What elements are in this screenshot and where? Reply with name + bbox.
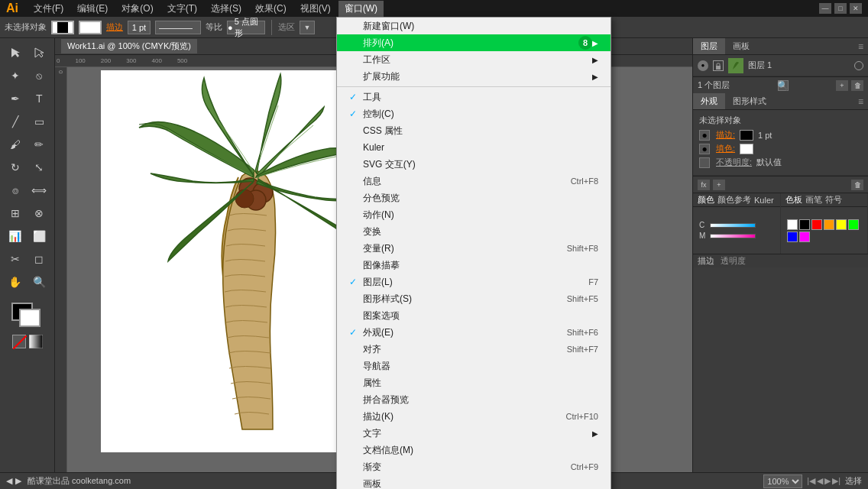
fill-eye-btn[interactable]: ● <box>699 144 710 154</box>
next-btn[interactable]: ▶ <box>824 476 831 486</box>
paintbrush-tool[interactable]: 🖌 <box>3 133 28 156</box>
tab-color-guide[interactable]: 颜色参考 <box>717 194 751 206</box>
align-options-btn[interactable]: ▼ <box>300 21 315 34</box>
stroke-style-selector[interactable]: ———— <box>155 21 201 34</box>
layer-visibility-eye[interactable]: ● <box>698 60 708 71</box>
last-page-btn[interactable]: ▶| <box>832 476 840 486</box>
scale-tool[interactable]: ⤡ <box>28 156 52 179</box>
text-tool[interactable]: T <box>28 87 52 110</box>
menu-window-item-5[interactable]: ✓控制(C) <box>337 105 611 122</box>
menu-window-item-23[interactable]: 描边(K)Ctrl+F10 <box>337 408 611 425</box>
window-dropdown-menu[interactable]: 新建窗口(W)排列(A)8▶工作区▶扩展功能▶✓工具✓控制(C)CSS 属性Ku… <box>336 17 611 489</box>
menu-window-item-3[interactable]: 扩展功能▶ <box>337 68 611 85</box>
swatch-blue[interactable] <box>787 232 798 242</box>
fill-color[interactable] <box>19 309 40 327</box>
menu-window-item-7[interactable]: Kuler <box>337 139 611 156</box>
stroke-value-box[interactable]: 1 pt <box>128 21 151 34</box>
line-tool[interactable]: ╱ <box>3 110 28 133</box>
graph-tool[interactable]: 📊 <box>3 225 28 248</box>
warp-tool[interactable]: ⌾ <box>3 179 28 202</box>
new-style-btn[interactable]: + <box>713 180 725 190</box>
prev-page-btn[interactable]: ◀ <box>6 476 12 486</box>
delete-layer-btn[interactable]: 🗑 <box>851 80 863 91</box>
menu-window-item-11[interactable]: 动作(N) <box>337 206 611 223</box>
menu-window-item-16[interactable]: 图形样式(S)Shift+F5 <box>337 290 611 307</box>
panel-menu-btn[interactable]: ≡ <box>853 38 868 54</box>
magenta-slider[interactable] <box>710 234 756 238</box>
fill-color-box[interactable] <box>79 21 102 34</box>
menu-text[interactable]: 文字(T) <box>161 1 203 17</box>
fx-btn[interactable]: fx <box>698 180 710 190</box>
menu-view[interactable]: 视图(V) <box>294 1 337 17</box>
stroke-label[interactable]: 描边 <box>106 21 123 33</box>
lasso-tool[interactable]: ⍉ <box>28 64 52 87</box>
zoom-selector[interactable]: 100% <box>763 474 802 488</box>
menu-select[interactable]: 选择(S) <box>205 1 248 17</box>
hand-tool[interactable]: ✋ <box>3 270 28 293</box>
menu-effect[interactable]: 效果(C) <box>249 1 293 17</box>
shape-selector[interactable]: ● 5 点圆形 <box>227 21 265 34</box>
layer-item[interactable]: ● 图层 1 <box>693 55 868 76</box>
swatch-green[interactable] <box>848 219 859 230</box>
tab-graphic-styles[interactable]: 图形样式 <box>725 93 774 109</box>
scissors-tool[interactable]: ✂ <box>3 248 28 270</box>
swatch-magenta[interactable] <box>799 232 810 242</box>
menu-window-item-1[interactable]: 排列(A)8▶ <box>337 34 611 51</box>
menu-window-item-13[interactable]: 变量(R)Shift+F8 <box>337 240 611 257</box>
tab-color[interactable]: 颜色 <box>698 194 714 206</box>
tab-transparency[interactable]: 透明度 <box>721 255 746 267</box>
menu-window-item-15[interactable]: ✓图层(L)F7 <box>337 274 611 290</box>
menu-window-item-18[interactable]: ✓外观(E)Shift+F6 <box>337 324 611 341</box>
rotate-tool[interactable]: ↻ <box>3 156 28 179</box>
swatch-red[interactable] <box>811 219 822 230</box>
appearance-menu-btn[interactable]: ≡ <box>853 93 868 109</box>
none-color[interactable] <box>12 335 26 348</box>
next-page-btn[interactable]: ▶ <box>15 476 21 486</box>
menu-window-item-14[interactable]: 图像描摹 <box>337 257 611 274</box>
eraser-tool[interactable]: ◻ <box>28 248 52 270</box>
fill-color-swatch[interactable] <box>740 144 753 154</box>
swatch-yellow[interactable] <box>836 219 847 230</box>
menu-object[interactable]: 对象(O) <box>115 1 159 17</box>
tab-stroke[interactable]: 描边 <box>698 255 714 267</box>
menu-window-item-10[interactable]: 分色预览 <box>337 189 611 206</box>
menu-window-item-6[interactable]: CSS 属性 <box>337 122 611 139</box>
menu-edit[interactable]: 编辑(E) <box>71 1 114 17</box>
first-page-btn[interactable]: |◀ <box>807 476 815 486</box>
magic-wand-tool[interactable]: ✦ <box>3 64 28 87</box>
zoom-tool[interactable]: 🔍 <box>28 270 52 293</box>
tab-layers[interactable]: 图层 <box>693 38 725 54</box>
direct-select-tool[interactable] <box>28 41 52 64</box>
stroke-link[interactable]: 描边: <box>716 129 735 141</box>
layer-search-icon[interactable]: 🔍 <box>778 80 789 91</box>
pencil-tool[interactable]: ✏ <box>28 133 52 156</box>
menu-window-item-24[interactable]: 文字▶ <box>337 425 611 442</box>
swatch-orange[interactable] <box>824 219 834 230</box>
gradient-color[interactable] <box>29 335 43 348</box>
menu-window-item-9[interactable]: 信息Ctrl+F8 <box>337 173 611 189</box>
menu-window-item-26[interactable]: 渐变Ctrl+F9 <box>337 458 611 475</box>
new-layer-btn[interactable]: + <box>836 80 848 91</box>
stroke-color-swatch[interactable] <box>740 130 753 141</box>
rect-tool[interactable]: ▭ <box>28 110 52 133</box>
menu-window-item-21[interactable]: 属性 <box>337 374 611 391</box>
layer-lock-icon[interactable] <box>713 60 724 71</box>
pen-tool[interactable]: ✒ <box>3 87 28 110</box>
menu-window-item-22[interactable]: 拼合器预览 <box>337 391 611 408</box>
stroke-color-box[interactable] <box>51 21 74 34</box>
cyan-slider[interactable] <box>710 223 756 228</box>
swatch-black[interactable] <box>799 219 810 230</box>
layer-target-icon[interactable] <box>854 61 863 70</box>
stroke-eye-btn[interactable]: ● <box>699 130 710 141</box>
menu-window-item-2[interactable]: 工作区▶ <box>337 51 611 68</box>
menu-window[interactable]: 窗口(W) <box>338 1 384 17</box>
fill-link[interactable]: 填色: <box>716 143 735 154</box>
menu-window-item-0[interactable]: 新建窗口(W) <box>337 18 611 34</box>
free-transform-tool[interactable]: ⊞ <box>3 202 28 225</box>
opacity-link[interactable]: 不透明度: <box>716 157 752 168</box>
tab-symbols[interactable]: 符号 <box>825 194 842 206</box>
canvas-tab[interactable]: Work11.ai @ 100% (CMYK/预览) <box>61 39 197 53</box>
tab-kuler[interactable]: Kuler <box>754 196 774 205</box>
menu-window-item-4[interactable]: ✓工具 <box>337 89 611 105</box>
select-tool[interactable] <box>3 41 28 64</box>
